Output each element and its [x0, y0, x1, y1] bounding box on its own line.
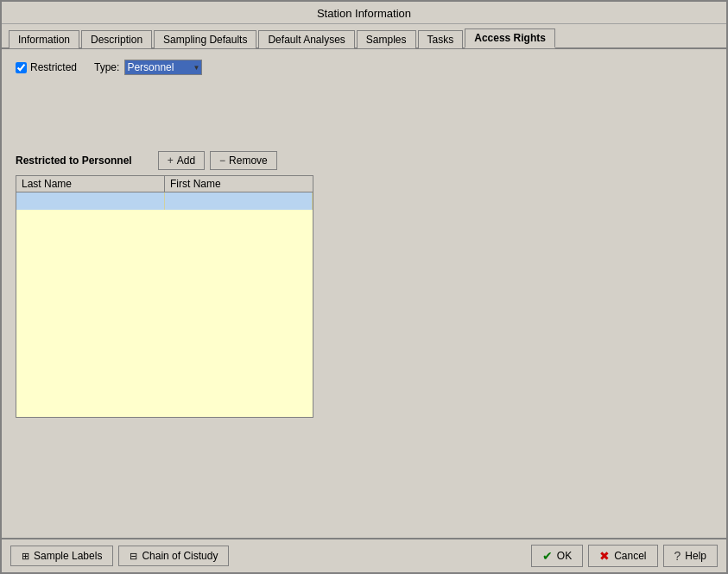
tab-tasks[interactable]: Tasks — [418, 30, 464, 48]
restricted-label: Restricted — [30, 61, 77, 73]
ok-label: OK — [557, 550, 572, 562]
sample-labels-button[interactable]: ⊞ Sample Labels — [10, 546, 113, 566]
check-icon: ✔ — [542, 549, 553, 563]
restricted-to-label: Restricted to Personnel — [16, 155, 132, 167]
tab-default-analyses[interactable]: Default Analyses — [258, 30, 354, 48]
restricted-header-row: Restricted to Personnel + Add − Remove — [16, 151, 712, 170]
plus-icon: + — [168, 155, 174, 167]
tabs-bar: Information Description Sampling Default… — [2, 24, 726, 49]
chain-of-custody-label: Chain of Cistudy — [142, 550, 218, 562]
x-icon: ✖ — [599, 549, 610, 563]
window-title: Station Information — [317, 7, 411, 20]
personnel-table: Last Name First Name — [16, 175, 313, 418]
question-icon: ? — [674, 549, 681, 563]
tab-samples[interactable]: Samples — [357, 30, 416, 48]
remove-label: Remove — [229, 155, 268, 167]
help-label: Help — [685, 550, 706, 562]
table-row-selected[interactable] — [16, 192, 313, 210]
cancel-button[interactable]: ✖ Cancel — [588, 545, 657, 567]
tab-sampling-defaults[interactable]: Sampling Defaults — [154, 30, 256, 48]
bottom-left-buttons: ⊞ Sample Labels ⊟ Chain of Cistudy — [10, 546, 229, 566]
tab-information[interactable]: Information — [9, 30, 79, 48]
table-icon: ⊞ — [22, 551, 29, 562]
tab-description[interactable]: Description — [81, 30, 152, 48]
restricted-checkbox[interactable] — [16, 62, 27, 73]
table-header: Last Name First Name — [16, 176, 313, 192]
restricted-row: Restricted Type: Personnel Group Role — [16, 60, 712, 75]
add-label: Add — [177, 155, 195, 167]
restricted-section: Restricted to Personnel + Add − Remove L… — [16, 151, 712, 418]
add-button[interactable]: + Add — [158, 151, 205, 170]
col-first-name: First Name — [165, 176, 313, 192]
bottom-bar: ⊞ Sample Labels ⊟ Chain of Cistudy ✔ OK … — [2, 538, 726, 572]
remove-button[interactable]: − Remove — [210, 151, 277, 170]
sample-labels-label: Sample Labels — [34, 550, 102, 562]
type-select-wrapper[interactable]: Personnel Group Role — [119, 60, 202, 75]
content-area: Restricted Type: Personnel Group Role Re… — [2, 49, 726, 538]
spacer-top — [16, 82, 712, 134]
help-button[interactable]: ? Help — [663, 545, 718, 567]
type-select[interactable]: Personnel Group Role — [124, 60, 202, 75]
minus-icon: − — [219, 155, 225, 167]
restricted-checkbox-label[interactable]: Restricted — [16, 61, 77, 73]
chain-of-custody-button[interactable]: ⊟ Chain of Cistudy — [118, 546, 229, 566]
grid-icon: ⊟ — [130, 551, 137, 562]
cell-last-name-selected — [16, 192, 165, 210]
tab-access-rights[interactable]: Access Rights — [465, 28, 555, 48]
col-last-name: Last Name — [16, 176, 165, 192]
type-label: Type: — [94, 61, 119, 73]
ok-button[interactable]: ✔ OK — [531, 545, 583, 567]
table-body[interactable] — [16, 192, 313, 417]
cancel-label: Cancel — [614, 550, 646, 562]
main-window: Station Information Information Descript… — [0, 0, 728, 574]
title-bar: Station Information — [2, 2, 726, 24]
cell-first-name-selected — [165, 192, 313, 210]
bottom-right-buttons: ✔ OK ✖ Cancel ? Help — [531, 545, 718, 567]
